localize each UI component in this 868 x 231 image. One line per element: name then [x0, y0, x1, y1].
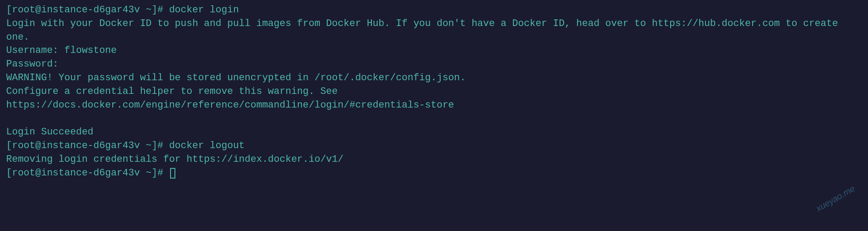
cursor-icon: [170, 168, 175, 179]
terminal-output: Removing login credentials for https://i…: [6, 153, 862, 167]
terminal-output: Login with your Docker ID to push and pu…: [6, 17, 862, 45]
terminal-output: Login Succeeded: [6, 126, 862, 139]
terminal-line-prompt: [root@instance-d6gar43v ~]# docker logou…: [6, 139, 862, 153]
terminal-output: Username: flowstone: [6, 44, 862, 58]
terminal-output: Configure a credential helper to remove …: [6, 85, 862, 99]
terminal-output: Password:: [6, 58, 862, 71]
terminal-output: [6, 112, 862, 126]
shell-command: docker login: [169, 4, 239, 15]
shell-prompt: [root@instance-d6gar43v ~]#: [6, 140, 169, 151]
terminal-line-prompt: [root@instance-d6gar43v ~]#: [6, 167, 862, 180]
shell-prompt: [root@instance-d6gar43v ~]#: [6, 168, 169, 179]
watermark-text: xueyao.me: [814, 182, 857, 214]
terminal-window[interactable]: [root@instance-d6gar43v ~]# docker login…: [6, 4, 862, 180]
shell-command: docker logout: [169, 140, 245, 151]
terminal-line-prompt: [root@instance-d6gar43v ~]# docker login: [6, 4, 862, 17]
terminal-output: https://docs.docker.com/engine/reference…: [6, 99, 862, 112]
terminal-output: WARNING! Your password will be stored un…: [6, 71, 862, 85]
shell-prompt: [root@instance-d6gar43v ~]#: [6, 4, 169, 15]
